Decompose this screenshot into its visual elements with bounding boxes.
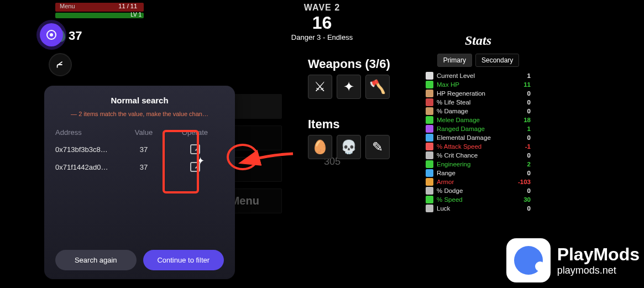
stat-value: 0 [514, 187, 531, 194]
stat-icon [426, 178, 433, 186]
stat-row: % Dodge0 [426, 186, 531, 195]
stat-name: % Crit Chance [437, 152, 511, 159]
stat-name: Elemental Damage [437, 134, 511, 141]
stat-icon [426, 134, 433, 142]
stat-icon [426, 143, 433, 150]
search-table-header: Address Value Operate [55, 128, 224, 137]
stats-panel: Stats Primary Secondary Current Level1Ma… [426, 33, 531, 213]
stat-icon [426, 160, 433, 168]
stat-icon [426, 98, 433, 106]
stat-row: % Life Steal0 [426, 98, 531, 107]
stat-row: % Attack Speed-1 [426, 142, 531, 151]
stat-name: Melee Damage [437, 117, 511, 123]
item-slot-2[interactable]: ✎ [365, 135, 390, 159]
addr-1: 0x71f1442ad0… [55, 163, 122, 171]
wave-label: WAVE 2 [291, 3, 353, 13]
op-0[interactable] [166, 144, 224, 154]
stat-icon [426, 116, 433, 124]
stat-name: HP Regeneration [437, 90, 511, 97]
stat-row: Engineering2 [426, 160, 531, 169]
stat-icon [426, 205, 433, 212]
menu-label: Menu [60, 3, 75, 9]
weapons-row: ⚔ ✦ 🪓 [308, 75, 390, 99]
stat-value: 0 [514, 99, 531, 106]
stats-tabs: Primary Secondary [426, 54, 531, 67]
stat-icon [426, 196, 433, 203]
wave-timer: 16 [291, 13, 353, 33]
stat-value: 0 [514, 108, 531, 114]
val-1: 37 [122, 163, 166, 171]
stat-value: 0 [514, 205, 531, 212]
stat-row: Melee Damage18 [426, 116, 531, 124]
hud: Menu 11 / 11 LV 1 [55, 3, 144, 18]
stat-value: -1 [514, 143, 531, 150]
level-label: LV 1 [130, 12, 142, 18]
search-actions: Search again Continue to filter [55, 250, 224, 270]
weapon-slot-2[interactable]: 🪓 [365, 75, 390, 99]
stat-name: Current Level [437, 72, 511, 79]
stat-value: 0 [514, 134, 531, 141]
search-row-0: 0x713bf3b3c8… 37 [55, 144, 224, 154]
stat-name: % Speed [437, 196, 511, 203]
weapon-slot-0[interactable]: ⚔ [308, 75, 332, 99]
stat-icon [426, 125, 433, 133]
watermark: PlayMods playmods.net [506, 238, 640, 282]
weapons-label: Weapons (3/6) [308, 57, 390, 71]
search-modal: Normal search — 2 items match the value,… [44, 86, 235, 279]
stat-icon [426, 90, 433, 97]
hp-value: 11 / 11 [118, 3, 137, 9]
stat-name: % Attack Speed [437, 143, 511, 150]
back-button[interactable] [49, 53, 72, 76]
stat-value: 0 [514, 152, 531, 159]
items-row: 🥚 💀 ✎ [308, 135, 390, 159]
stat-row: % Damage0 [426, 107, 531, 116]
svg-point-1 [50, 33, 53, 36]
col-address: Address [55, 128, 122, 137]
item-slot-1[interactable]: 💀 [337, 135, 361, 159]
search-message: — 2 items match the value, make the valu… [55, 111, 224, 117]
stat-row: HP Regeneration0 [426, 89, 531, 98]
mod-menu-button[interactable] [40, 23, 63, 46]
stat-name: % Dodge [437, 187, 511, 194]
watermark-url: playmods.net [557, 265, 640, 276]
stat-row: Max HP11 [426, 80, 531, 89]
playmods-logo-icon [506, 238, 551, 282]
cursor-icon: ✦ [196, 155, 205, 167]
stat-icon [426, 151, 433, 159]
stats-title: Stats [426, 33, 531, 48]
stat-name: Engineering [437, 161, 511, 167]
items-label: Items [308, 117, 339, 132]
stat-icon [426, 107, 433, 115]
stat-icon [426, 72, 433, 80]
stats-list: Current Level1Max HP11HP Regeneration0% … [426, 71, 531, 213]
stat-icon [426, 169, 433, 177]
stat-row: Ranged Damage1 [426, 124, 531, 133]
stat-icon [426, 81, 433, 88]
xp-bar: LV 1 [55, 13, 144, 18]
col-operate: Operate [166, 128, 224, 137]
stat-row: % Crit Chance0 [426, 151, 531, 160]
tab-secondary[interactable]: Secondary [475, 54, 519, 67]
tab-primary[interactable]: Primary [437, 54, 472, 67]
hp-bar: Menu 11 / 11 [55, 3, 144, 12]
watermark-title: PlayMods [557, 244, 640, 265]
stat-value: 30 [514, 196, 531, 203]
weapon-slot-1[interactable]: ✦ [337, 75, 361, 99]
continue-filter-button[interactable]: Continue to filter [143, 250, 224, 270]
search-again-button[interactable]: Search again [55, 250, 137, 270]
stat-icon [426, 187, 433, 195]
stat-value: 1 [514, 72, 531, 79]
stat-value: 0 [514, 90, 531, 97]
stat-row: % Speed30 [426, 195, 531, 204]
op-1[interactable] [166, 162, 224, 172]
wave-header: WAVE 2 16 Danger 3 - Endless [291, 3, 353, 41]
stat-value: -103 [514, 179, 531, 185]
stat-value: 18 [514, 117, 531, 123]
addr-0: 0x713bf3b3c8… [55, 145, 122, 154]
stat-row: Current Level1 [426, 71, 531, 80]
search-title: Normal search [55, 96, 224, 105]
stat-row: Luck0 [426, 204, 531, 213]
item-slot-0[interactable]: 🥚 [308, 135, 332, 159]
stat-row: Range0 [426, 169, 531, 177]
col-value: Value [122, 128, 166, 137]
